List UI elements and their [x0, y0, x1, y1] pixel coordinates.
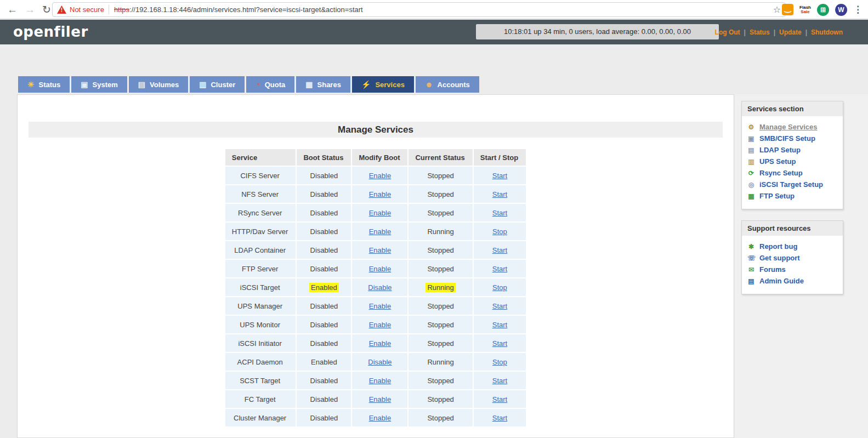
menu-dots-icon[interactable]: ⋮ — [853, 4, 863, 15]
start-stop-link[interactable]: Start — [492, 265, 507, 273]
sidebar-link[interactable]: Forums — [759, 265, 786, 274]
sidebar-link-item[interactable]: ▤ Admin Guide — [747, 275, 837, 287]
start-stop-link[interactable]: Start — [492, 209, 507, 217]
header-link[interactable]: Log Out — [715, 29, 740, 36]
modify-boot-cell: Enable — [352, 223, 407, 240]
current-status-cell: Stopped — [409, 185, 472, 203]
sidebar-link-item[interactable]: ✉ Forums — [747, 264, 837, 275]
current-status-value: Running — [427, 358, 453, 366]
start-stop-link[interactable]: Stop — [492, 227, 507, 236]
boot-status-cell: Disabled — [297, 316, 351, 333]
sidebar-link-item[interactable]: ✱ Report bug — [747, 241, 837, 252]
sidebar-link-item[interactable]: ▥ UPS Setup — [747, 156, 837, 167]
nav-tab[interactable]: ☀ Status — [18, 76, 70, 93]
directory-icon: ▤ — [747, 147, 755, 153]
flash-sale-extension-icon[interactable]: Flash Sale — [799, 5, 811, 14]
start-stop-link[interactable]: Start — [492, 190, 507, 198]
bag-icon[interactable]: ‿ — [782, 4, 793, 15]
sidebar-link[interactable]: Get support — [759, 254, 800, 262]
nav-tab[interactable]: ▦ Shares — [296, 76, 350, 93]
start-stop-link[interactable]: Start — [492, 302, 507, 310]
start-stop-link[interactable]: Start — [492, 172, 507, 180]
table-row: UPS Manager Disabled Enable Stopped Star… — [225, 297, 526, 315]
modify-boot-link[interactable]: Enable — [369, 265, 391, 273]
modify-boot-link[interactable]: Enable — [369, 190, 391, 198]
start-stop-link[interactable]: Stop — [492, 358, 507, 366]
current-status-cell: Running — [409, 223, 472, 240]
sidebar-link[interactable]: UPS Setup — [759, 157, 796, 166]
w-extension-icon[interactable]: W — [835, 4, 847, 16]
forward-icon[interactable]: → — [25, 4, 35, 15]
service-name-cell: FC Target — [225, 390, 296, 408]
sun-icon: ☀ — [27, 81, 35, 88]
sidebar-link-item[interactable]: ◎ iSCSI Target Setup — [747, 179, 837, 190]
nav-tab[interactable]: ⚡ Services — [352, 76, 414, 93]
nav-tab-label: Status — [39, 81, 61, 89]
modify-boot-link[interactable]: Enable — [369, 302, 391, 310]
sale-label: Sale — [799, 10, 811, 14]
modify-boot-link[interactable]: Enable — [369, 227, 391, 236]
modify-boot-link[interactable]: Enable — [369, 339, 391, 348]
not-secure-label[interactable]: Not secure — [70, 5, 104, 14]
start-stop-link[interactable]: Start — [492, 246, 507, 254]
col-modify-boot: Modify Boot — [352, 149, 407, 166]
link-separator: | — [774, 29, 775, 36]
boot-status-cell: Disabled — [297, 260, 351, 277]
star-icon[interactable]: ☆ — [773, 4, 781, 15]
modify-boot-link[interactable]: Enable — [369, 209, 391, 217]
header-link[interactable]: Update — [779, 29, 802, 36]
nav-tab-label: Shares — [317, 81, 341, 89]
sidebar-link[interactable]: Rsync Setup — [759, 169, 803, 177]
modify-boot-link[interactable]: Enable — [369, 414, 391, 422]
start-stop-link[interactable]: Start — [492, 339, 507, 348]
modify-boot-link[interactable]: Enable — [369, 395, 391, 403]
start-stop-link[interactable]: Start — [492, 321, 507, 329]
start-stop-link[interactable]: Start — [492, 414, 507, 422]
start-stop-link[interactable]: Start — [492, 395, 507, 403]
link-separator: | — [805, 29, 807, 36]
service-name-cell: NFS Server — [225, 185, 296, 203]
modify-boot-link[interactable]: Enable — [369, 377, 391, 385]
nav-tab-label: System — [93, 81, 118, 89]
sidebar-link-item[interactable]: ⟳ Rsync Setup — [747, 167, 837, 179]
sidebar-link-item[interactable]: ⚙ Manage Services — [747, 121, 837, 133]
sidebar-link[interactable]: Admin Guide — [759, 277, 804, 285]
nav-tab[interactable]: ▥ Cluster — [190, 76, 245, 93]
sidebar-link-item[interactable]: ▦ FTP Setup — [747, 190, 837, 202]
nav-tab[interactable]: ◔ Quota — [246, 76, 294, 93]
sidebar-link[interactable]: Manage Services — [759, 123, 818, 131]
modify-boot-link[interactable]: Disable — [368, 358, 392, 366]
modify-boot-link[interactable]: Enable — [369, 246, 391, 254]
sidebar-link[interactable]: Report bug — [759, 242, 797, 251]
reload-icon[interactable]: ↻ — [42, 4, 51, 15]
boot-status-value: Disabled — [310, 377, 338, 385]
current-status-cell: Stopped — [409, 241, 472, 259]
sidebar-link[interactable]: iSCSI Target Setup — [759, 180, 823, 189]
start-stop-cell: Start — [474, 316, 526, 333]
start-stop-link[interactable]: Start — [492, 377, 507, 385]
sidebar-link[interactable]: LDAP Setup — [759, 146, 801, 154]
sidebar-link-item[interactable]: ▣ SMB/CIFS Setup — [747, 133, 837, 144]
sidebar-link-item[interactable]: ☏ Get support — [747, 252, 837, 264]
modify-boot-link[interactable]: Disable — [368, 283, 392, 292]
service-name-cell: UPS Monitor — [225, 316, 296, 333]
start-stop-link[interactable]: Stop — [492, 283, 507, 292]
header-link[interactable]: Status — [750, 29, 770, 36]
sidebar-link[interactable]: FTP Setup — [759, 192, 795, 200]
modify-boot-cell: Enable — [352, 372, 407, 389]
cart-icon[interactable]: ⊞ — [817, 4, 829, 16]
sidebar-link-item[interactable]: ▤ LDAP Setup — [747, 144, 837, 156]
modify-boot-link[interactable]: Enable — [369, 172, 391, 180]
boot-status-value: Disabled — [310, 172, 338, 180]
boot-status-value: Enabled — [311, 358, 337, 366]
boot-status-value: Disabled — [310, 339, 338, 348]
url-text[interactable]: https://192.168.1.18:446/admin/services.… — [114, 5, 769, 14]
header-link[interactable]: Shutdown — [811, 29, 843, 36]
sidebar-link[interactable]: SMB/CIFS Setup — [759, 134, 815, 143]
address-bar[interactable]: ! Not secure https://192.168.1.18:446/ad… — [52, 2, 786, 17]
back-icon[interactable]: ← — [7, 4, 18, 15]
modify-boot-link[interactable]: Enable — [369, 321, 391, 329]
nav-tab[interactable]: ▣ System — [71, 76, 127, 93]
nav-tab[interactable]: ▤ Volumes — [129, 76, 188, 93]
nav-tab[interactable]: ☻ Accounts — [416, 76, 479, 93]
